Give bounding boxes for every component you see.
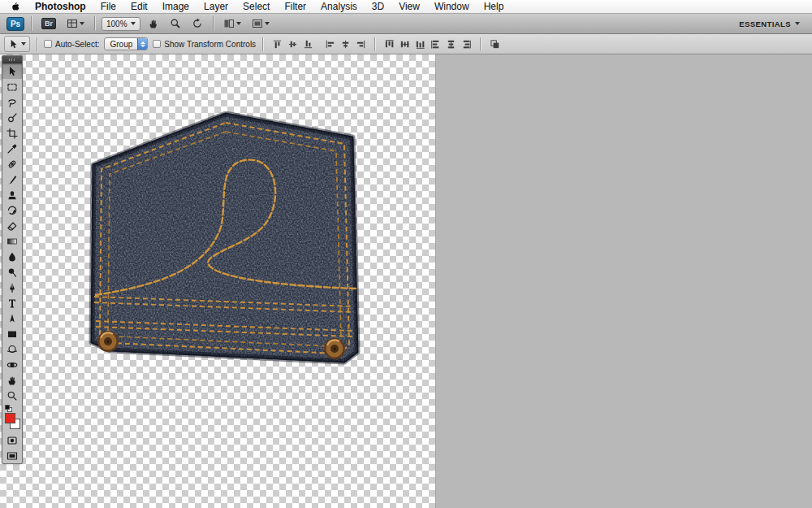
crop-icon (6, 128, 18, 139)
3d-rotate-tool[interactable] (2, 341, 22, 357)
align-horizontal-centers-button[interactable] (338, 37, 352, 51)
view-extras-icon (67, 18, 78, 29)
auto-select-mode-dropdown[interactable]: Group (104, 37, 148, 50)
dropdown-stepper-icon (137, 37, 147, 50)
distribute-vertical-centers-button[interactable] (397, 37, 412, 51)
distribute-right-edges-icon (461, 39, 472, 50)
blur-tool[interactable] (2, 249, 22, 264)
view-extras-button[interactable] (63, 16, 88, 31)
spot-healing-brush-tool[interactable] (2, 156, 22, 172)
launch-bridge-button[interactable]: Br (38, 16, 59, 31)
3d-rotate-icon (6, 344, 18, 355)
hand-icon (6, 375, 18, 386)
align-bottom-edges-button[interactable] (300, 37, 315, 51)
eyedropper-tool[interactable] (2, 141, 22, 156)
rectangular-marquee-tool[interactable] (2, 79, 22, 94)
menu-edit[interactable]: Edit (123, 0, 155, 14)
bridge-icon: Br (41, 18, 56, 29)
menu-select[interactable]: Select (235, 0, 277, 14)
default-colors-icon[interactable] (5, 405, 12, 412)
tools-panel-header[interactable] (2, 56, 22, 63)
menu-3d[interactable]: 3D (365, 0, 391, 14)
distribute-vertical-centers-icon (400, 39, 410, 50)
move-icon (6, 66, 18, 77)
show-transform-controls-label: Show Transform Controls (164, 40, 256, 49)
zoom-tool-button[interactable] (166, 16, 184, 31)
arrange-documents-icon (223, 18, 235, 29)
menu-filter[interactable]: Filter (277, 0, 313, 14)
separator (31, 16, 32, 31)
type-icon (6, 297, 18, 309)
lasso-tool[interactable] (2, 94, 22, 110)
chevron-down-icon (265, 22, 270, 25)
clone-stamp-icon (6, 189, 18, 201)
zoom-level-control[interactable]: 100% (102, 17, 140, 31)
magnifier-icon (170, 18, 181, 29)
lasso-icon (6, 97, 18, 108)
align-top-edges-icon (272, 39, 283, 50)
history-brush-tool[interactable] (2, 202, 22, 218)
crop-tool[interactable] (2, 125, 22, 141)
magnifier-icon (6, 390, 18, 402)
brush-tool[interactable] (2, 172, 22, 187)
align-top-edges-button[interactable] (270, 37, 284, 51)
align-horizontal-centers-icon (340, 39, 351, 50)
clone-stamp-tool[interactable] (2, 187, 22, 202)
quick-selection-tool[interactable] (2, 110, 22, 125)
denim-pocket-image (86, 111, 364, 371)
tool-preset-picker[interactable] (4, 36, 30, 52)
horizontal-type-tool[interactable] (2, 295, 22, 310)
separator (374, 37, 375, 51)
menu-view[interactable]: View (391, 0, 427, 14)
auto-select-checkbox[interactable] (44, 40, 52, 48)
screen-mode-button[interactable] (248, 16, 273, 31)
canvas[interactable] (0, 54, 435, 508)
3d-orbit-icon (6, 359, 18, 371)
show-transform-controls-checkbox[interactable] (153, 40, 161, 48)
denim-pocket-layer[interactable] (86, 111, 364, 371)
align-left-edges-button[interactable] (322, 37, 337, 51)
eraser-tool[interactable] (2, 218, 22, 233)
move-tool[interactable] (2, 63, 22, 79)
align-right-edges-button[interactable] (353, 37, 368, 51)
distribute-right-edges-button[interactable] (459, 37, 473, 51)
menu-layer[interactable]: Layer (197, 0, 235, 14)
menu-help[interactable]: Help (477, 0, 512, 14)
align-vertical-centers-button[interactable] (285, 37, 300, 51)
menu-file[interactable]: File (93, 0, 123, 14)
screen-mode-toggle-button[interactable] (2, 448, 22, 463)
menu-analysis[interactable]: Analysis (313, 0, 365, 14)
distribute-top-edges-button[interactable] (382, 37, 396, 51)
separator (37, 37, 37, 51)
arrange-documents-button[interactable] (220, 16, 244, 31)
eyedropper-icon (6, 143, 18, 154)
workspace-switcher-button[interactable]: ESSENTIALS (733, 16, 806, 31)
marquee-icon (6, 81, 18, 93)
gradient-tool[interactable] (2, 233, 22, 249)
3d-orbit-tool[interactable] (2, 357, 22, 372)
hand-tool-button[interactable] (145, 16, 162, 31)
zoom-tool[interactable] (2, 388, 22, 403)
menu-window[interactable]: Window (427, 0, 477, 14)
tool-options-bar: Auto-Select: Group Show Transform Contro… (0, 34, 812, 54)
distribute-bottom-edges-button[interactable] (412, 37, 427, 51)
align-vertical-centers-icon (287, 39, 298, 50)
rectangle-tool[interactable] (2, 326, 22, 341)
hand-tool[interactable] (2, 372, 22, 388)
align-bottom-edges-icon (303, 39, 313, 50)
quick-mask-button[interactable] (2, 432, 22, 448)
apple-menu[interactable] (0, 2, 28, 12)
foreground-color-swatch[interactable] (5, 413, 15, 423)
color-wells (2, 405, 22, 432)
pen-tool[interactable] (2, 280, 22, 295)
auto-select-control: Auto-Select: (44, 40, 99, 49)
rotate-view-button[interactable] (188, 16, 206, 31)
auto-align-layers-button[interactable] (487, 37, 502, 51)
dodge-tool[interactable] (2, 264, 22, 280)
menu-image[interactable]: Image (155, 0, 197, 14)
menu-photoshop[interactable]: Photoshop (28, 0, 93, 14)
distribute-horizontal-centers-button[interactable] (443, 37, 458, 51)
separator (213, 16, 214, 31)
path-selection-tool[interactable] (2, 310, 22, 326)
distribute-left-edges-button[interactable] (428, 37, 443, 51)
